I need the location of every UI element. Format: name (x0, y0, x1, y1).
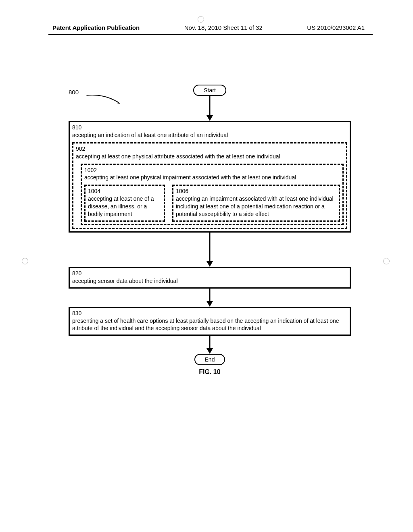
box-text: accepting an indication of at least one … (72, 131, 347, 139)
figure-caption: FIG. 10 (69, 368, 351, 376)
svg-marker-1 (206, 115, 213, 121)
box-number: 820 (72, 270, 347, 277)
arrow-down-icon (206, 233, 214, 267)
reference-arrow-icon (84, 95, 124, 107)
box-text: accepting at least one physical attribut… (76, 153, 344, 160)
sub-box-1004: 1004 accepting at least one of a disease… (84, 185, 165, 222)
svg-marker-7 (206, 348, 213, 354)
box-text: accepting an impairment associated with … (176, 195, 336, 218)
arrow-down-icon (206, 336, 214, 354)
box-text: accepting sensor data about the individu… (72, 277, 347, 285)
box-text: presenting a set of health care options … (72, 317, 347, 332)
end-label: End (194, 354, 225, 365)
process-box-810: 810 accepting an indication of at least … (69, 121, 351, 233)
start-terminal: Start (69, 85, 351, 96)
sub-box-1006: 1006 accepting an impairment associated … (172, 185, 340, 222)
box-number: 810 (72, 124, 347, 131)
box-text: accepting at least one of a disease, an … (88, 195, 161, 218)
process-box-820: 820 accepting sensor data about the indi… (69, 267, 351, 289)
start-label: Start (193, 85, 226, 96)
punch-hole (22, 258, 28, 264)
header-mid: Nov. 18, 2010 Sheet 11 of 32 (184, 24, 263, 31)
page-header: Patent Application Publication Nov. 18, … (0, 24, 413, 31)
box-number: 1006 (176, 187, 336, 195)
punch-hole (383, 258, 390, 264)
flowchart: 800 Start 810 accepting an indication of… (69, 93, 351, 376)
box-number: 1004 (88, 187, 161, 195)
header-left: Patent Application Publication (52, 24, 140, 31)
box-text: accepting at least one physical impairme… (84, 174, 340, 181)
box-number: 902 (76, 145, 344, 153)
sub-box-1002: 1002 accepting at least one physical imp… (81, 164, 344, 225)
punch-hole (198, 16, 204, 23)
sub-box-902: 902 accepting at least one physical attr… (72, 142, 347, 229)
svg-marker-5 (206, 301, 213, 307)
box-number: 1002 (84, 166, 340, 174)
header-rule (48, 34, 373, 35)
box-number: 830 (72, 310, 347, 317)
end-terminal: End (69, 354, 351, 365)
process-box-830: 830 presenting a set of health care opti… (69, 307, 351, 336)
header-right: US 2010/0293002 A1 (307, 24, 365, 31)
arrow-down-icon (206, 289, 214, 307)
svg-marker-3 (206, 261, 213, 267)
arrow-down-icon (206, 96, 214, 121)
